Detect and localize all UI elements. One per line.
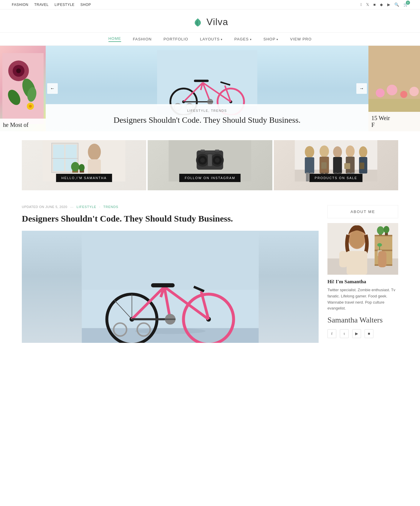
svg-rect-121 <box>347 251 367 275</box>
slide-caption: LIFESTYLE, TRENDS Designers Shouldn't Co… <box>46 104 368 131</box>
about-bio: Twitter specialist. Zombie enthusiast. T… <box>327 287 398 312</box>
promo-box-sale[interactable]: PRODUCTS ON SALE <box>274 140 398 190</box>
sidebar: ABOUT ME <box>327 205 398 347</box>
slide-tags: LIFESTYLE, TRENDS <box>55 109 360 112</box>
svg-rect-53 <box>208 154 212 166</box>
nav-portfolio[interactable]: PORTFOLIO <box>164 37 188 41</box>
about-widget: ABOUT ME <box>327 205 398 338</box>
nav-layouts[interactable]: LAYOUTS <box>200 37 223 41</box>
top-bar-nav: FASHION TRAVEL LIFESTYLE SHOP <box>12 3 91 7</box>
promo-section: HELLO,I'M SAMANTHA FOLLOW ON INSTAGRAM <box>0 131 420 199</box>
left-slide-image <box>2 53 44 124</box>
svg-rect-82 <box>82 231 259 290</box>
topbar-lifestyle[interactable]: LIFESTYLE <box>55 3 75 7</box>
about-widget-title: ABOUT ME <box>327 205 398 218</box>
top-bar: FASHION TRAVEL LIFESTYLE SHOP  𝕏 ■ ◆ ▶ … <box>0 0 420 9</box>
youtube-icon[interactable]: ▶ <box>387 2 391 7</box>
svg-rect-36 <box>53 145 64 171</box>
svg-rect-110 <box>375 250 392 251</box>
pinterest-icon[interactable]: ◆ <box>380 2 383 7</box>
slider-next-button[interactable]: → <box>356 83 367 94</box>
article-updated: UPDATED ON JUNE 5, 2020 <box>22 205 67 209</box>
svg-rect-20 <box>194 80 209 82</box>
svg-rect-56 <box>205 151 215 153</box>
about-name: Hi! I'm Samantha <box>327 279 398 285</box>
main-nav: HOME FASHION PORTFOLIO LAYOUTS PAGES SHO… <box>0 32 420 46</box>
svg-point-66 <box>346 145 355 157</box>
about-facebook-btn[interactable]: f <box>327 329 336 338</box>
nav-shop[interactable]: SHOP <box>263 37 279 41</box>
svg-point-120 <box>350 230 364 248</box>
svg-rect-71 <box>344 163 350 169</box>
cart-icon[interactable]: 🛒 0 <box>403 2 409 7</box>
svg-point-113 <box>377 226 384 235</box>
twitter-icon[interactable]: 𝕏 <box>366 2 369 7</box>
nav-home[interactable]: HOME <box>108 36 121 42</box>
svg-point-32 <box>400 91 407 98</box>
promo-box-instagram[interactable]: FOLLOW ON INSTAGRAM <box>148 140 272 190</box>
svg-point-31 <box>387 85 397 95</box>
main-column: UPDATED ON JUNE 5, 2020 — LIFESTYLE · TR… <box>22 205 319 343</box>
article-category[interactable]: LIFESTYLE <box>77 205 96 209</box>
svg-rect-123 <box>378 251 386 267</box>
facebook-icon[interactable]:  <box>360 2 362 7</box>
meta-separator: — <box>70 205 74 209</box>
about-instagram-btn[interactable]: ■ <box>365 329 373 338</box>
slider-left-slide: he Most of <box>0 46 46 131</box>
svg-point-33 <box>409 87 419 96</box>
article-subcategory[interactable]: TRENDS <box>103 205 118 209</box>
slide-title: Designers Shouldn't Code. They Should St… <box>55 115 360 125</box>
hero-slider: he Most of <box>0 46 420 131</box>
svg-rect-122 <box>339 251 347 267</box>
slider-prev-button[interactable]: ← <box>47 83 58 94</box>
topbar-travel[interactable]: TRAVEL <box>34 3 49 7</box>
slider-right-slide: 15 Weir F <box>368 46 420 131</box>
nav-viewpro[interactable]: VIEW PRO <box>290 37 312 41</box>
slider-center-slide: LIFESTYLE, TRENDS Designers Shouldn't Co… <box>46 46 368 131</box>
svg-point-39 <box>88 144 101 160</box>
svg-rect-61 <box>305 157 314 173</box>
about-photo <box>327 223 398 275</box>
nav-fashion[interactable]: FASHION <box>133 37 152 41</box>
about-socials: f t ▶ ■ <box>327 329 398 338</box>
svg-rect-98 <box>151 283 175 287</box>
instagram-icon[interactable]: ■ <box>373 2 376 7</box>
svg-rect-70 <box>321 162 327 169</box>
article-meta: UPDATED ON JUNE 5, 2020 — LIFESTYLE · TR… <box>22 205 319 209</box>
search-icon[interactable]: 🔍 <box>394 2 399 7</box>
about-signature: Samantha Walters <box>327 316 398 325</box>
svg-point-44 <box>79 164 85 171</box>
logo-area: Vilva <box>0 9 420 32</box>
about-youtube-btn[interactable]: ▶ <box>352 329 361 338</box>
logo-icon <box>192 16 204 28</box>
promo-box-samantha[interactable]: HELLO,I'M SAMANTHA <box>22 140 146 190</box>
svg-rect-72 <box>360 163 364 169</box>
left-slide-partial-title: he Most of <box>3 122 43 128</box>
svg-point-8 <box>29 105 32 108</box>
article-bike-image <box>22 231 319 343</box>
topbar-shop[interactable]: SHOP <box>80 3 91 7</box>
svg-rect-55 <box>215 150 219 151</box>
svg-rect-109 <box>375 235 392 236</box>
nav-pages[interactable]: PAGES <box>234 37 252 41</box>
meta-dot: · <box>99 205 101 209</box>
svg-point-52 <box>215 158 220 163</box>
svg-point-68 <box>359 146 367 158</box>
topbar-fashion[interactable]: FASHION <box>12 3 28 7</box>
top-bar-actions:  𝕏 ■ ◆ ▶ 🔍 🛒 0 <box>360 2 408 7</box>
svg-point-60 <box>305 146 314 158</box>
promo-label-2: FOLLOW ON INSTAGRAM <box>179 174 241 182</box>
svg-point-84 <box>135 328 206 334</box>
about-person-image <box>327 223 398 275</box>
svg-point-62 <box>319 145 329 157</box>
content-area: UPDATED ON JUNE 5, 2020 — LIFESTYLE · TR… <box>0 199 420 353</box>
logo-text[interactable]: Vilva <box>207 17 228 27</box>
svg-rect-65 <box>333 157 342 173</box>
svg-rect-54 <box>200 150 205 151</box>
svg-point-64 <box>333 146 342 158</box>
svg-point-115 <box>383 226 389 233</box>
article-title: Designers Shouldn't Code. They Should St… <box>22 213 319 225</box>
article-image <box>22 231 319 343</box>
about-twitter-btn[interactable]: t <box>340 329 349 338</box>
svg-point-42 <box>71 162 79 171</box>
